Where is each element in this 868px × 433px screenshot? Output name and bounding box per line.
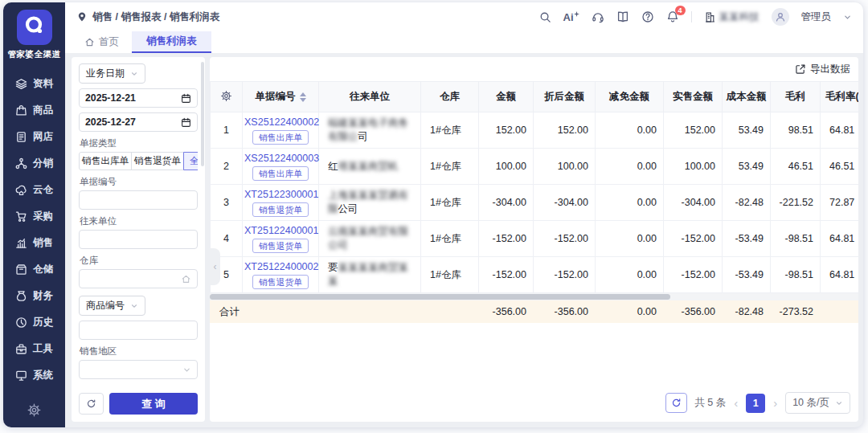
page-size-value: 10 条/页 xyxy=(792,396,829,410)
sidebar-settings-gear-icon[interactable] xyxy=(27,403,41,417)
sidebar-item-shop[interactable]: 网店 xyxy=(3,124,65,150)
date-type-selector[interactable]: 业务日期 xyxy=(79,63,145,84)
query-button[interactable]: 查 询 xyxy=(109,393,198,415)
sidebar-item-cloud-warehouse[interactable]: 云仓 xyxy=(3,177,65,203)
doc-type-option[interactable]: 销售退货单 xyxy=(131,152,184,170)
profit-table: 单据编号往来单位仓库金额折后金额减免金额实售金额成本金额毛利毛利率(%)1XS2… xyxy=(210,81,858,293)
gross-profit-cell: -98.51 xyxy=(771,257,821,293)
sidebar-item-storage[interactable]: 仓储 xyxy=(3,256,65,283)
tab-sales-profit-report[interactable]: 销售利润表 xyxy=(132,31,211,53)
amount-cell: 152.00 xyxy=(479,112,534,149)
sort-toggle[interactable] xyxy=(300,92,306,102)
user-name: 管理员 xyxy=(801,10,832,24)
discounted-amount-cell: -152.00 xyxy=(534,221,596,257)
search-icon[interactable] xyxy=(539,11,551,23)
doc-no-link[interactable]: XT25122300001 xyxy=(244,189,317,200)
doc-type-tag: 销售退货单 xyxy=(252,275,309,289)
logo-q-icon xyxy=(23,14,47,41)
sidebar-item-tools[interactable]: 工具 xyxy=(3,336,65,362)
customer-service-icon[interactable] xyxy=(592,10,604,23)
column-header-partner: 往来单位 xyxy=(319,82,421,112)
notification-badge: 4 xyxy=(675,6,686,15)
company-switcher[interactable]: 某某科技 xyxy=(704,10,760,24)
column-header-gross-profit: 毛利 xyxy=(771,82,821,112)
doc-no-input[interactable] xyxy=(79,190,198,210)
app-logo[interactable] xyxy=(17,10,52,45)
sidebar-item-label: 网店 xyxy=(33,130,53,144)
sidebar-nav: 资料商品网店分销云仓采购销售仓储财务历史工具系统 xyxy=(3,71,65,389)
table-toolbar: 导出数据 xyxy=(210,57,858,81)
sidebar-item-history[interactable]: 历史 xyxy=(3,309,65,336)
warehouse-cell: 1#仓库 xyxy=(421,221,479,257)
refresh-table-button[interactable] xyxy=(665,393,687,413)
tab-home[interactable]: 首页 xyxy=(75,31,129,53)
help-book-icon[interactable] xyxy=(616,10,629,23)
user-menu-chevron-down-icon[interactable] xyxy=(843,13,852,22)
sidebar-item-finance[interactable]: 财务 xyxy=(3,283,65,309)
product-field-selector[interactable]: 商品编号 xyxy=(79,296,145,316)
amount-cell: -304.00 xyxy=(479,185,534,221)
sidebar-item-goods[interactable]: 商品 xyxy=(3,97,65,124)
horizontal-scrollbar-thumb[interactable] xyxy=(210,294,670,300)
tab-home-label: 首页 xyxy=(99,35,119,49)
sidebar-item-data[interactable]: 资料 xyxy=(3,71,65,97)
doc-no-link[interactable]: XS25122400002 xyxy=(244,116,317,128)
sidebar-item-sales[interactable]: 销售 xyxy=(3,230,65,256)
chevron-down-icon xyxy=(835,399,843,407)
product-input[interactable] xyxy=(79,321,198,340)
table-row: 1XS25122400002销售出库单福建某某电子商务有限公司1#仓库152.0… xyxy=(211,112,859,149)
collapse-filter-handle[interactable]: ‹ xyxy=(210,248,220,285)
question-help-icon[interactable] xyxy=(641,10,654,23)
home-icon xyxy=(84,37,95,47)
doc-type-option[interactable]: 销售出库单 xyxy=(79,152,132,170)
reset-refresh-button[interactable] xyxy=(79,393,104,415)
warehouse-cell: 1#仓库 xyxy=(421,185,479,221)
region-select[interactable] xyxy=(79,360,198,379)
column-header-warehouse: 仓库 xyxy=(421,82,479,112)
doc-type-option[interactable]: 全部 xyxy=(183,152,198,170)
partner-input[interactable] xyxy=(79,230,198,249)
amount-cell: 100.00 xyxy=(479,149,534,185)
avatar[interactable] xyxy=(772,8,789,26)
reduction-amount-cell: 0.00 xyxy=(596,221,664,257)
horizontal-scrollbar[interactable] xyxy=(210,293,858,300)
column-header-doc-no[interactable]: 单据编号 xyxy=(243,82,319,112)
cloud-warehouse-icon xyxy=(15,184,27,196)
clock-icon xyxy=(15,317,27,329)
goods-bag-icon xyxy=(15,104,27,116)
sidebar-item-distribution[interactable]: 分销 xyxy=(3,150,65,177)
doc-no-link[interactable]: XT25122400002 xyxy=(244,261,317,272)
current-page-button[interactable]: 1 xyxy=(746,394,765,413)
network-icon xyxy=(15,157,27,170)
table-row: 3XT25122300001销售退货单上海某某某贸易有限公司1#仓库-304.0… xyxy=(211,185,859,221)
cart-icon xyxy=(15,210,27,223)
gross-margin-cell: 64.81 xyxy=(821,257,859,293)
doc-no-link[interactable]: XT25122400001 xyxy=(244,225,317,236)
prev-page-button[interactable]: ‹ xyxy=(733,397,739,409)
chevron-down-icon xyxy=(130,70,138,78)
sidebar-item-purchase[interactable]: 采购 xyxy=(3,203,65,230)
filter-scrollbar-thumb[interactable] xyxy=(201,62,204,166)
sidebar-item-label: 商品 xyxy=(33,104,53,117)
date-from-input[interactable]: 2025-12-21 xyxy=(79,88,198,108)
total-value: -356.00 xyxy=(663,306,722,317)
location-pin-icon xyxy=(76,11,88,22)
row-number: 2 xyxy=(211,149,243,185)
gross-profit-cell: -98.51 xyxy=(771,221,821,257)
warehouse-input[interactable] xyxy=(79,269,198,288)
doc-no-link[interactable]: XS25122400003 xyxy=(244,153,317,164)
notification-bell-icon[interactable]: 4 xyxy=(666,10,679,23)
sidebar-item-system[interactable]: 系统 xyxy=(3,362,65,389)
discounted-amount-cell: 100.00 xyxy=(534,149,596,185)
ai-assistant-icon[interactable]: Ai xyxy=(563,12,579,22)
date-to-input[interactable]: 2025-12-27 xyxy=(79,112,198,132)
table-row: 2XS25122400003销售出库单红塔某某商贸机1#仓库100.00100.… xyxy=(211,149,859,185)
row-number: 1 xyxy=(211,112,243,149)
next-page-button[interactable]: › xyxy=(772,397,778,409)
doc-type-segmented: 销售出库单销售退货单全部 xyxy=(79,152,198,170)
discounted-amount-cell: -304.00 xyxy=(534,185,596,221)
table-settings-gear-icon[interactable] xyxy=(211,82,243,112)
region-label: 销售地区 xyxy=(80,345,197,357)
export-data-button[interactable]: 导出数据 xyxy=(795,63,850,76)
page-size-select[interactable]: 10 条/页 xyxy=(785,392,850,414)
